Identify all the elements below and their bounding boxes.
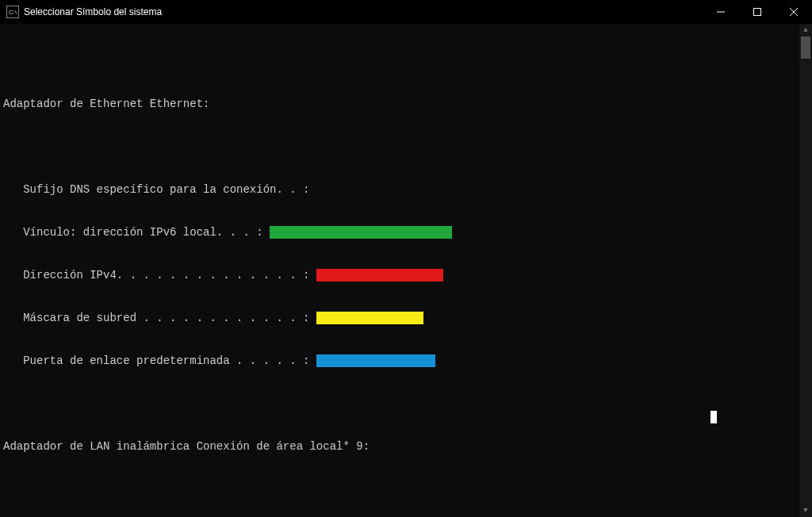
redacted-gateway (316, 354, 435, 367)
line-ipv6: Vínculo: dirección IPv6 local. . . : (3, 225, 796, 239)
window-title: Seleccionar Símbolo del sistema (24, 6, 162, 17)
line-dns-suffix: Sufijo DNS específico para la conexión. … (3, 182, 796, 197)
text-cursor (710, 411, 717, 423)
scroll-up-icon[interactable]: ▲ (799, 24, 812, 36)
heading-ethernet: Adaptador de Ethernet Ethernet: (3, 97, 796, 111)
close-button[interactable] (776, 0, 812, 24)
titlebar: C:\ Seleccionar Símbolo del sistema (0, 0, 812, 24)
scrollbar[interactable]: ▲ ▼ (799, 24, 812, 517)
minimize-button[interactable] (703, 0, 739, 24)
label-mask: Máscara de subred . . . . . . . . . . . … (23, 311, 309, 325)
label-gateway: Puerta de enlace predeterminada . . . . … (23, 354, 309, 368)
scroll-thumb[interactable] (801, 36, 810, 59)
heading-lan9: Adaptador de LAN inalámbrica Conexión de… (3, 439, 796, 454)
label-ipv6: Vínculo: dirección IPv6 local. . . : (23, 225, 262, 239)
line-mask: Máscara de subred . . . . . . . . . . . … (3, 311, 796, 325)
label-ipv4: Dirección IPv4. . . . . . . . . . . . . … (23, 268, 309, 282)
maximize-button[interactable] (739, 0, 776, 24)
scroll-down-icon[interactable]: ▼ (799, 504, 812, 517)
scroll-track[interactable] (799, 36, 812, 504)
redacted-ipv6 (270, 226, 452, 239)
line-ipv4: Dirección IPv4. . . . . . . . . . . . . … (3, 268, 796, 282)
cmd-icon: C:\ (6, 6, 19, 18)
line-gateway: Puerta de enlace predeterminada . . . . … (3, 354, 796, 368)
terminal-output[interactable]: Adaptador de Ethernet Ethernet: Sufijo D… (0, 24, 799, 517)
redacted-ipv4 (316, 269, 443, 281)
svg-rect-0 (754, 9, 761, 16)
redacted-mask (316, 312, 423, 324)
